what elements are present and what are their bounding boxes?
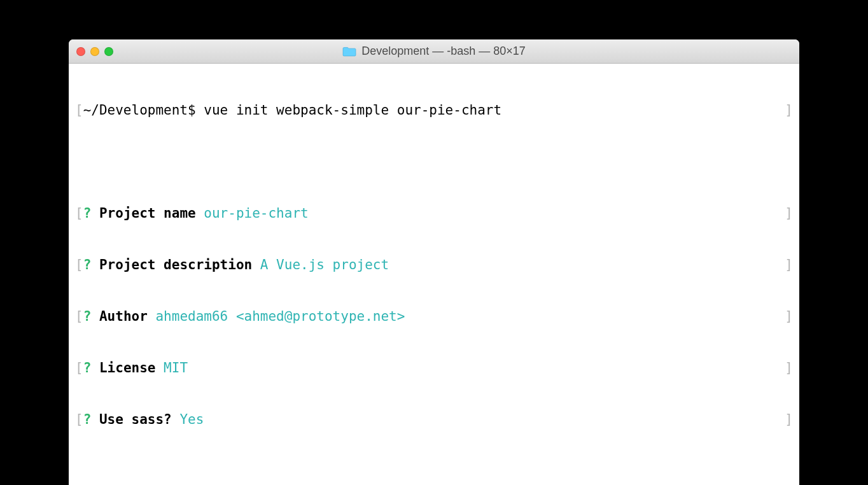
prompt-question-mark: ? <box>83 412 99 427</box>
bracket: ] <box>785 411 793 428</box>
command-text: vue init webpack-simple our-pie-chart <box>204 102 501 118</box>
bracket: [ <box>75 257 83 274</box>
terminal-line: [? License MIT] <box>75 360 793 377</box>
prompt-label: Author <box>99 309 156 324</box>
terminal-line: [? Project name our-pie-chart] <box>75 205 793 222</box>
bracket: ] <box>785 102 793 119</box>
window-controls <box>76 47 113 56</box>
prompt-answer: Yes <box>179 412 204 427</box>
terminal-body[interactable]: [~/Development$ vue init webpack-simple … <box>69 64 799 485</box>
zoom-icon[interactable] <box>104 47 113 56</box>
prompt-label: Project name <box>99 206 204 221</box>
minimize-icon[interactable] <box>90 47 99 56</box>
prompt-answer: MIT <box>164 360 188 376</box>
prompt-question-mark: ? <box>83 257 99 272</box>
window-title: Development — -bash — 80×17 <box>69 45 799 58</box>
close-icon[interactable] <box>76 47 85 56</box>
prompt-answer: our-pie-chart <box>204 206 308 221</box>
titlebar[interactable]: Development — -bash — 80×17 <box>69 39 799 64</box>
terminal-line: [? Author ahmedam66 <ahmed@prototype.net… <box>75 308 793 325</box>
terminal-line: [? Use sass? Yes] <box>75 411 793 428</box>
terminal-line: [? Project description A Vue.js project] <box>75 257 793 274</box>
bracket: [ <box>75 308 83 325</box>
bracket: ] <box>785 308 793 325</box>
bracket: [ <box>75 205 83 222</box>
bracket: [ <box>75 102 83 119</box>
bracket: ] <box>785 257 793 274</box>
terminal-line <box>75 153 793 171</box>
prompt-label: Use sass? <box>99 412 179 427</box>
terminal-window: Development — -bash — 80×17 [~/Developme… <box>69 39 799 485</box>
bracket: [ <box>75 360 83 377</box>
terminal-line <box>75 463 793 480</box>
folder-icon <box>342 46 356 57</box>
prompt-question-mark: ? <box>83 309 99 324</box>
bracket: ] <box>785 205 793 222</box>
prompt-question-mark: ? <box>83 360 99 376</box>
terminal-line: [~/Development$ vue init webpack-simple … <box>75 102 793 119</box>
prompt-question-mark: ? <box>83 206 99 221</box>
prompt-answer: A Vue.js project <box>260 257 389 272</box>
prompt-label: License <box>99 360 164 376</box>
prompt-label: Project description <box>99 257 260 272</box>
prompt: ~/Development$ <box>83 102 204 118</box>
prompt-answer: ahmedam66 <ahmed@prototype.net> <box>155 309 405 324</box>
window-title-text: Development — -bash — 80×17 <box>361 45 526 58</box>
bracket: ] <box>785 360 793 377</box>
bracket: [ <box>75 411 83 428</box>
